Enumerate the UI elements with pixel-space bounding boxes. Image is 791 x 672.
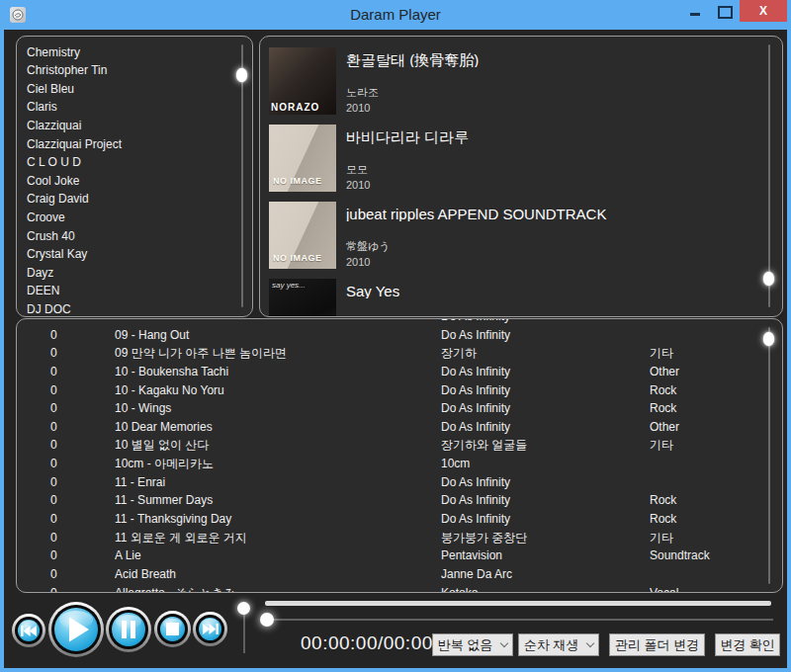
album-item[interactable]: NO IMAGEjubeat ripples APPEND SOUNDTRACK… [260,202,760,279]
artist-item[interactable] [17,36,232,43]
track-number: 0 [50,584,57,593]
track-row[interactable]: 011 외로운 게 외로운 거지붕가붕가 중창단기타 [17,529,758,547]
album-year: 2010 [346,102,370,114]
track-title: A Lie [115,546,431,565]
artist-item[interactable]: Craig David [17,190,232,209]
album-year: 2010 [346,179,370,191]
track-scrollbar-track[interactable] [768,327,770,584]
track-row[interactable]: 010 Dear MemoriesDo As InfinityOther [17,418,758,437]
track-artist: Do As Infinity [441,418,639,437]
minimize-button[interactable] [680,0,710,22]
track-title: 10 - Wings [115,399,431,418]
album-artist: 常盤ゆう [346,239,391,254]
artist-item[interactable]: C L O U D [17,153,232,172]
play-button[interactable] [48,602,104,657]
titlebar: Daram Player X [0,0,791,30]
album-title: 바비다리라 디라루 [346,125,756,144]
seek-slider-track[interactable] [267,619,773,621]
repeat-mode-dropdown[interactable]: 반복 없음 [432,633,513,656]
track-genre [650,455,758,473]
track-row[interactable]: 010cm - 아메리카노10cm [17,455,758,473]
album-item[interactable]: NORAZO환골탈태 (換骨奪胎)노라조2010 [260,47,760,125]
album-art-label: NO IMAGE [273,176,322,186]
stop-icon [166,623,179,635]
play-order-dropdown[interactable]: 순차 재생 [518,633,599,656]
artist-item[interactable]: Clazziquai Project [17,135,232,154]
artist-scrollbar-track[interactable] [241,44,243,307]
track-title: 09 만약 니가 아주 나쁜 놈이라면 [115,344,431,363]
track-artist: Pentavision [441,546,639,565]
album-art-label: NO IMAGE [273,253,322,263]
track-row[interactable]: 011 - Thanksgiving DayDo As InfinityRock [17,510,758,529]
track-number: 0 [50,381,57,400]
artist-item[interactable]: Crush 40 [17,227,232,246]
track-row[interactable]: 010 별일 없이 산다장기하와 얼굴들기타 [17,436,758,455]
track-row[interactable]: 009 - Hang OutDo As Infinity [17,326,758,345]
track-number: 0 [50,565,57,584]
confirm-change-button[interactable]: 변경 확인 [715,633,780,656]
manage-folder-button[interactable]: 관리 폴더 변경 [609,633,705,656]
track-row[interactable]: 009 만약 니가 아주 나쁜 놈이라면장기하기타 [17,344,758,363]
track-number: 0 [50,455,57,473]
track-genre [650,326,758,345]
track-genre: Rock [650,510,758,529]
track-row[interactable]: 011 - EnraiDo As Infinity [17,473,758,492]
track-row[interactable]: 010 - Kagaku No YoruDo As InfinityRock [17,381,758,400]
pause-button[interactable] [106,607,151,652]
track-artist: 장기하 [441,344,639,363]
album-scrollbar-track[interactable] [768,44,770,307]
track-artist: Do As Infinity [441,473,639,492]
artist-item[interactable]: Clazziquai [17,117,232,135]
volume-slider-track[interactable] [243,609,245,653]
artist-item[interactable]: DJ DOC [17,300,232,317]
track-row[interactable]: 0Acid BreathJanne Da Arc [17,565,758,584]
track-genre [650,473,758,492]
minimize-icon [690,13,700,16]
artist-list: ChemistryChristopher TinCiel BleuClarisC… [17,36,232,317]
artist-item[interactable]: DEEN [17,282,232,300]
artist-scrollbar-thumb[interactable] [236,68,247,82]
close-button[interactable]: X [740,0,787,22]
play-icon [69,617,89,642]
volume-slider-knob[interactable] [237,602,250,615]
stop-button[interactable] [154,611,191,647]
next-button[interactable] [193,612,227,646]
maximize-button[interactable] [710,0,740,22]
track-row[interactable]: 0A LiePentavisionSoundtrack [17,546,758,565]
track-title: 10 Dear Memories [115,418,431,437]
track-row[interactable]: Do As Infinity [17,318,758,326]
track-scrollbar-thumb[interactable] [763,332,774,346]
artist-item[interactable]: Chemistry [17,43,232,62]
track-artist: 10cm [441,455,639,473]
track-artist: Do As Infinity [441,318,639,326]
album-art-label: say yes... [272,281,306,290]
artist-item[interactable]: Christopher Tin [17,61,232,80]
track-artist: Kotoko [441,584,639,593]
track-row[interactable]: 011 - Summer DaysDo As InfinityRock [17,491,758,510]
track-row[interactable]: 010 - Boukensha TachiDo As InfinityOther [17,363,758,381]
previous-button[interactable] [12,614,45,647]
album-art: NORAZO [269,47,336,115]
artist-item[interactable]: Claris [17,98,232,117]
next-icon [203,624,219,634]
track-artist: Do As Infinity [441,491,639,510]
album-art: NO IMAGE [269,202,336,269]
track-row[interactable]: 010 - WingsDo As InfinityRock [17,399,758,418]
track-genre: 기타 [650,436,758,455]
album-item[interactable]: say yes...Say Yes [260,279,760,317]
album-item[interactable]: NO IMAGE바비다리라 디라루모모2010 [260,125,760,202]
track-row[interactable]: 0Allegretto ~そらときみ~KotokoVocal [17,584,758,593]
album-scrollbar-thumb[interactable] [763,272,774,286]
artist-item[interactable]: Crystal Kay [17,245,232,264]
artist-item[interactable]: Ciel Bleu [17,80,232,99]
artist-item[interactable]: Croove [17,209,232,227]
artist-item[interactable]: Cool Joke [17,172,232,191]
artist-item[interactable]: Dayz [17,264,232,283]
track-number: 0 [50,344,57,363]
album-list: NORAZO환골탈태 (換骨奪胎)노라조2010NO IMAGE바비다리라 디라… [260,47,760,317]
maximize-icon [718,6,733,19]
track-artist: Do As Infinity [441,381,639,400]
seek-slider-knob[interactable] [260,613,274,627]
progress-bar[interactable] [265,601,771,606]
track-genre: Rock [650,399,758,418]
